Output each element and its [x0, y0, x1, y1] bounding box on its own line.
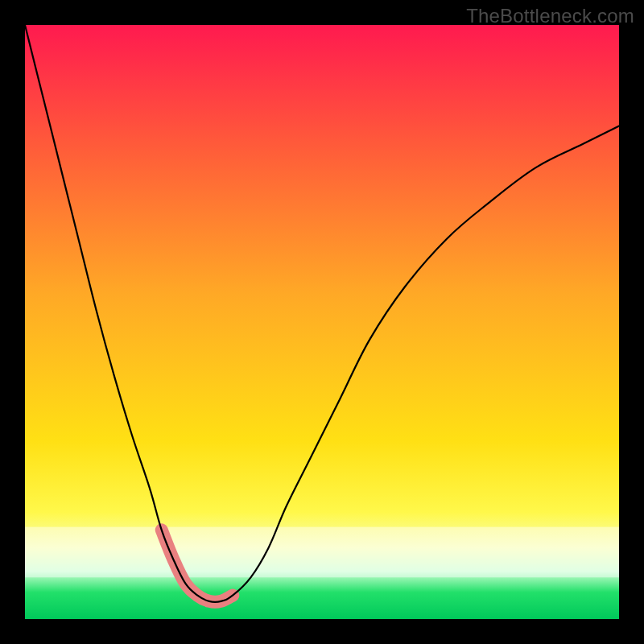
chart-highlight-band	[25, 527, 619, 578]
chart-frame: TheBottleneck.com	[0, 0, 644, 644]
chart-plot-area	[25, 25, 619, 619]
svg-rect-0	[25, 527, 619, 578]
chart-svg	[25, 25, 619, 619]
watermark-text: TheBottleneck.com	[466, 5, 634, 27]
